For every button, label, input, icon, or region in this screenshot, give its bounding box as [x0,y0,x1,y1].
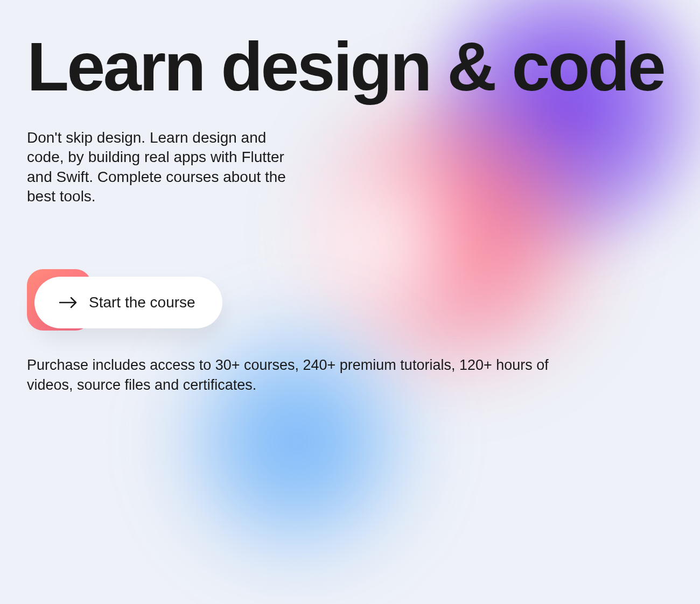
cta-button-label: Start the course [89,294,195,311]
purchase-info-text: Purchase includes access to 30+ courses,… [27,355,592,396]
hero-content: Learn design & code Don't skip design. L… [0,0,700,428]
start-course-button[interactable]: Start the course [34,277,222,328]
hero-description: Don't skip design. Learn design and code… [27,128,307,207]
arrow-right-icon [59,296,78,309]
cta-button-wrapper: Start the course [27,277,222,328]
hero-headline: Learn design & code [27,32,673,101]
